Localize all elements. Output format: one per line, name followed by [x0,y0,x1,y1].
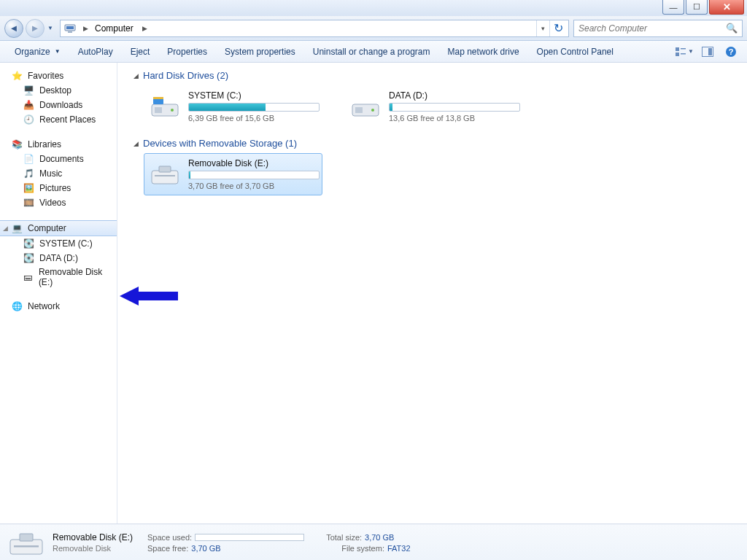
sidebar-item-videos[interactable]: 🎞️Videos [0,195,117,210]
collapse-icon[interactable]: ◢ [133,140,139,147]
sidebar-item-label: Downloads [39,100,82,110]
removable-drive-icon [150,162,179,187]
svg-rect-12 [155,107,162,113]
svg-rect-15 [153,97,163,99]
sidebar-item-label: Pictures [39,183,71,193]
toolbar-control-panel[interactable]: Open Control Panel [528,41,622,62]
capacity-bar [188,103,320,112]
sidebar-item-drive-c[interactable]: 💽SYSTEM (C:) [0,236,117,251]
view-options-button[interactable]: ▼ [674,44,694,60]
network-icon: 🌐 [10,300,23,312]
sidebar-item-drive-e[interactable]: 🖴Removable Disk (E:) [0,265,117,289]
sidebar-item-label: Favorites [28,71,63,81]
svg-rect-4 [676,52,679,56]
preview-pane-button[interactable] [697,44,718,60]
content-pane: ◢ Hard Disk Drives (2) SYSTEM (C:) 6,39 … [117,63,747,524]
toolbar-properties[interactable]: Properties [158,41,216,62]
search-box[interactable]: 🔍 [573,20,743,37]
sidebar-item-drive-d[interactable]: 💽DATA (D:) [0,251,117,265]
sidebar-network[interactable]: 🌐 Network [0,299,117,314]
address-dropdown[interactable]: ▾ [536,20,549,36]
nav-history-dropdown[interactable]: ▼ [47,25,56,31]
star-icon: ⭐ [10,70,23,82]
pictures-icon: 🖼️ [22,182,35,194]
collapse-icon[interactable]: ◢ [133,72,139,79]
refresh-button[interactable]: ↻ [549,20,567,36]
toolbar-map-drive[interactable]: Map network drive [439,41,528,62]
hdd-icon [150,94,179,119]
section-removable-storage[interactable]: ◢ Devices with Removable Storage (1) [133,138,738,149]
toolbar-eject[interactable]: Eject [122,41,159,62]
sidebar-item-pictures[interactable]: 🖼️Pictures [0,181,117,195]
navigation-pane: ⭐ Favorites 🖥️Desktop 📥Downloads 🕘Recent… [0,63,117,524]
search-icon: 🔍 [726,23,738,34]
hdd-icon [351,94,380,119]
details-pane: Removable Disk (E:) Space used: Total si… [0,524,747,560]
capacity-bar [389,103,520,112]
svg-rect-2 [68,31,72,33]
sidebar-computer[interactable]: ◢ 💻 Computer [0,220,117,236]
back-button[interactable]: ◄ [4,19,23,38]
sidebar-item-label: Desktop [39,85,71,96]
sidebar-item-label: Videos [39,198,66,208]
forward-button[interactable]: ► [26,19,44,38]
drive-item-e[interactable]: Removable Disk (E:) 3,70 GB free of 3,70… [144,153,322,195]
sidebar-item-desktop[interactable]: 🖥️Desktop [0,83,117,98]
details-label: Space free: [147,544,188,553]
capacity-bar [188,171,320,179]
drive-free-text: 13,6 GB free of 13,8 GB [389,114,520,122]
breadcrumb-computer[interactable]: Computer [92,20,139,36]
section-hard-disk-drives[interactable]: ◢ Hard Disk Drives (2) [133,70,738,81]
drive-item-d[interactable]: DATA (D:) 13,6 GB free of 13,8 GB [344,85,523,128]
sidebar-item-label: Music [39,168,62,179]
sidebar-item-label: SYSTEM (C:) [39,238,93,249]
details-subtitle: Removable Disk [53,544,140,553]
sidebar-item-downloads[interactable]: 📥Downloads [0,98,117,112]
sidebar-item-label: Network [28,301,60,311]
svg-rect-25 [14,545,39,548]
close-button[interactable]: ✕ [709,0,744,15]
sidebar-favorites[interactable]: ⭐ Favorites [0,69,117,83]
svg-point-13 [171,109,174,112]
toolbar-uninstall[interactable]: Uninstall or change a program [304,41,439,62]
sidebar-libraries[interactable]: 📚 Libraries [0,137,117,152]
help-button[interactable]: ? [721,44,741,60]
drive-item-c[interactable]: SYSTEM (C:) 6,39 GB free of 15,6 GB [144,85,322,128]
sidebar-item-label: Computer [28,223,66,233]
address-bar[interactable]: ▶ Computer ▶ ▾ ↻ [60,20,569,37]
section-title: Devices with Removable Storage (1) [143,138,297,149]
details-title: Removable Disk (E:) [53,532,140,542]
minimize-button[interactable]: — [662,0,684,15]
breadcrumb-chevron[interactable]: ▶ [139,25,151,32]
svg-point-18 [371,109,374,112]
sidebar-item-documents[interactable]: 📄Documents [0,152,117,166]
svg-rect-21 [155,175,175,176]
search-input[interactable] [578,23,726,34]
sidebar-item-label: Documents [39,154,84,164]
svg-text:?: ? [729,47,734,56]
details-label: File system: [341,544,384,553]
window-titlebar: — ☐ ✕ [0,0,747,16]
organize-menu[interactable]: Organize▼ [6,41,69,62]
svg-rect-24 [20,534,33,541]
sidebar-item-recent[interactable]: 🕘Recent Places [0,112,117,127]
toolbar-autoplay[interactable]: AutoPlay [69,41,122,62]
documents-icon: 📄 [22,153,35,165]
details-label: Space used: [147,533,192,542]
svg-rect-6 [681,53,686,55]
drive-free-text: 3,70 GB free of 3,70 GB [188,182,320,190]
details-value: 3,70 GB [191,544,320,553]
music-icon: 🎵 [22,168,35,179]
removable-drive-icon: 🖴 [22,271,34,283]
svg-rect-17 [355,107,363,113]
sidebar-item-music[interactable]: 🎵Music [0,166,117,181]
maximize-button[interactable]: ☐ [686,0,708,15]
sidebar-item-label: Recent Places [39,114,96,125]
toolbar-system-properties[interactable]: System properties [216,41,304,62]
breadcrumb-chevron[interactable]: ▶ [80,25,92,32]
nav-bar: ◄ ► ▼ ▶ Computer ▶ ▾ ↻ 🔍 [0,16,747,41]
collapse-icon[interactable]: ◢ [3,225,8,232]
removable-drive-icon [9,528,44,557]
drive-name: DATA (D:) [389,90,520,101]
svg-rect-19 [152,171,178,184]
